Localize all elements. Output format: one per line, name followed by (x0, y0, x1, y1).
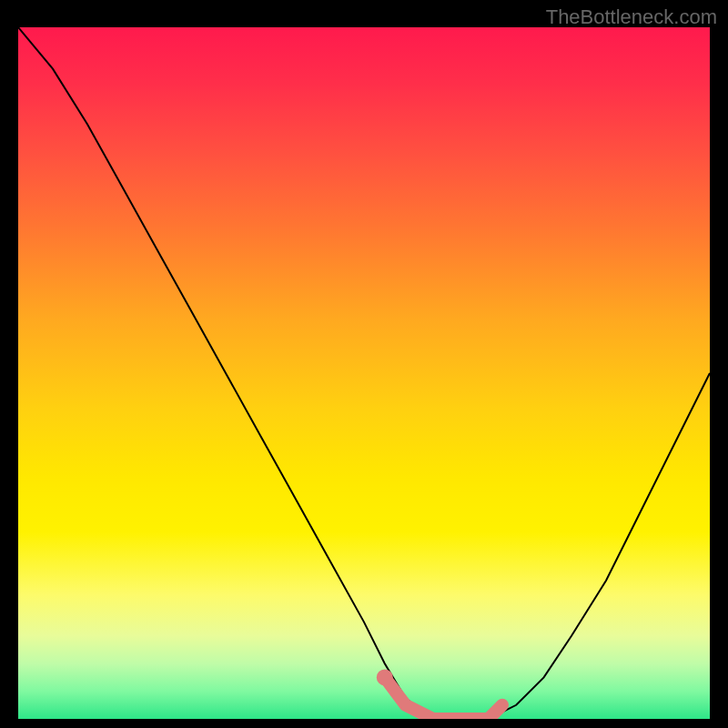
chart-background (18, 27, 710, 719)
optimal-point-marker (377, 669, 393, 685)
optimal-range-highlight (385, 677, 502, 719)
chart-svg (18, 27, 710, 719)
bottleneck-curve (18, 27, 710, 719)
watermark-text: TheBottleneck.com (546, 5, 717, 29)
